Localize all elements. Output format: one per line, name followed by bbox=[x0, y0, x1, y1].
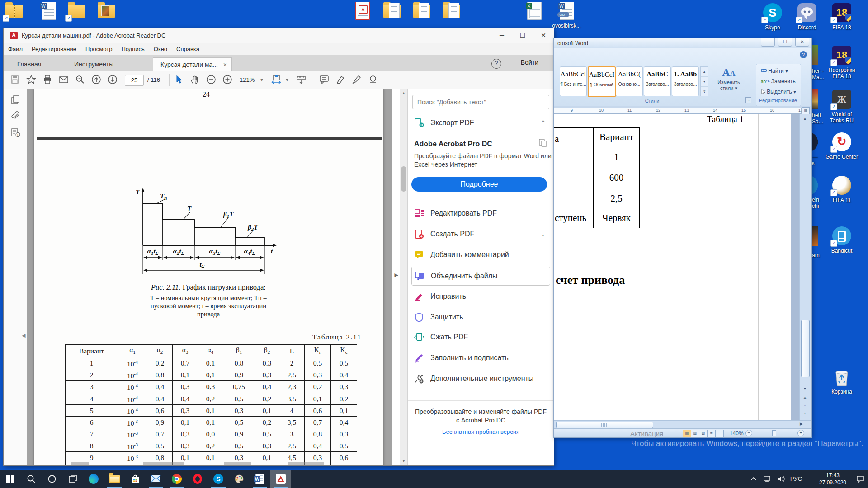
style-card-selected[interactable]: AaBbCcI¶ Обычный bbox=[588, 66, 616, 97]
previous-page-icon[interactable] bbox=[91, 75, 102, 85]
taskbar-search-button[interactable] bbox=[21, 470, 42, 488]
view-web-layout-button[interactable]: ▧ bbox=[699, 430, 708, 437]
network-icon[interactable] bbox=[763, 475, 771, 483]
view-fullscreen-button[interactable]: ▥ bbox=[691, 430, 699, 437]
next-page-icon[interactable] bbox=[108, 75, 118, 85]
word-vscrollbar[interactable]: ▲ ▼ ⏶ ◦ ⏷ bbox=[799, 114, 811, 420]
menu-window[interactable]: Окно bbox=[149, 43, 172, 55]
taskbar-file-explorer-button[interactable] bbox=[104, 470, 125, 488]
page-display-icon[interactable] bbox=[296, 75, 307, 85]
star-icon[interactable] bbox=[26, 75, 37, 85]
view-draft-button[interactable]: ☰ bbox=[715, 430, 724, 437]
tool-protect[interactable]: Защитить bbox=[408, 308, 554, 326]
word-hscroll-thumb[interactable] bbox=[556, 422, 653, 428]
ruler-bar[interactable]: 91011121314151617 bbox=[554, 108, 802, 114]
desktop-icon-zip-folder[interactable]: ↗ bbox=[0, 1, 32, 21]
print-icon[interactable] bbox=[42, 75, 53, 85]
tab-tools[interactable]: Инструменты bbox=[67, 57, 121, 71]
hidden-icon-fragment[interactable] bbox=[811, 45, 818, 65]
menu-edit[interactable]: Редактирование bbox=[27, 43, 81, 55]
taskbar-paint-button[interactable] bbox=[229, 470, 250, 488]
layers-icon[interactable]: i bbox=[10, 127, 20, 137]
taskbar-mail-button[interactable] bbox=[146, 470, 166, 488]
tool-fix[interactable]: Исправить bbox=[408, 287, 554, 305]
tools-search-input[interactable] bbox=[412, 95, 549, 109]
styles-gallery-scroll[interactable]: ▲ ▼ ⊽ bbox=[700, 66, 708, 96]
menu-view[interactable]: Просмотр bbox=[81, 43, 117, 55]
hand-tool-icon[interactable] bbox=[190, 75, 201, 85]
help-icon[interactable]: ? bbox=[800, 51, 807, 58]
desktop-icon-fifa18[interactable]: 18 ↗ FIFA 18 bbox=[824, 3, 859, 31]
scroll-up-icon[interactable]: ▲ bbox=[400, 89, 407, 97]
scroll-right-icon[interactable]: ▶ bbox=[800, 422, 803, 426]
action-center-icon[interactable] bbox=[856, 475, 864, 483]
tray-clock[interactable]: 17:43 27.09.2020 bbox=[815, 472, 851, 486]
taskbar-cortana-button[interactable] bbox=[42, 470, 62, 488]
scroll-down-icon[interactable]: ▼ bbox=[400, 457, 407, 465]
taskbar-acrobat-button[interactable] bbox=[270, 470, 291, 488]
zoom-dropdown-icon[interactable]: ▼ bbox=[259, 75, 264, 85]
zoom-in-icon[interactable]: + bbox=[797, 430, 804, 436]
save-icon[interactable] bbox=[10, 75, 21, 85]
search-icon[interactable] bbox=[75, 75, 86, 85]
tool-combine-files[interactable]: Объединить файлы bbox=[411, 267, 550, 286]
taskbar-word-button[interactable]: W bbox=[250, 470, 270, 488]
taskbar-store-button[interactable] bbox=[125, 470, 146, 488]
view-print-layout-button[interactable]: ▤ bbox=[683, 430, 691, 437]
expand-sidebar-icon[interactable]: ◀ bbox=[22, 333, 25, 338]
hidden-icon-fragment[interactable] bbox=[811, 132, 818, 152]
attachments-icon[interactable] bbox=[10, 111, 20, 121]
close-button[interactable]: ✕ bbox=[795, 38, 809, 47]
highlight-icon[interactable] bbox=[335, 75, 346, 85]
desktop-icon-excel-doc[interactable]: X bbox=[516, 1, 552, 21]
find-button[interactable]: Найти ▾ bbox=[761, 68, 788, 74]
word-vscroll-thumb[interactable] bbox=[801, 320, 810, 377]
fit-dropdown-icon[interactable]: ▼ bbox=[285, 75, 289, 85]
maximize-button[interactable]: ☐ bbox=[778, 38, 792, 47]
tool-compress-pdf[interactable]: Сжать PDF bbox=[408, 328, 554, 346]
page-number-input[interactable]: 25 bbox=[125, 75, 144, 86]
tray-expand-icon[interactable] bbox=[750, 476, 757, 482]
select-button[interactable]: Выделить ▾ bbox=[761, 89, 796, 95]
view-outline-button[interactable]: ≣ bbox=[707, 430, 716, 437]
show-desktop-button[interactable] bbox=[866, 470, 868, 488]
desktop-icon-recycle-bin[interactable]: Корзина bbox=[824, 367, 859, 395]
style-card[interactable]: AaBbC(Основно... bbox=[616, 66, 643, 96]
previous-page-icon[interactable]: ⏶ bbox=[801, 394, 809, 401]
styles-dialog-launcher-icon[interactable]: ⌟ bbox=[745, 97, 751, 103]
tab-close-icon[interactable]: × bbox=[223, 58, 227, 72]
hidden-icon-fragment[interactable] bbox=[811, 175, 818, 195]
zoom-level-value[interactable]: 121% bbox=[240, 75, 255, 85]
taskbar-skype-button[interactable]: S bbox=[208, 470, 229, 488]
desktop-icon-discord[interactable]: ↗ Discord bbox=[789, 3, 825, 31]
zoom-level-value[interactable]: 140% bbox=[730, 430, 744, 436]
chevron-down-icon[interactable]: ⌄ bbox=[541, 230, 546, 237]
replace-button[interactable]: ab↷ Заменить bbox=[761, 78, 796, 84]
scroll-down-icon[interactable]: ▼ bbox=[801, 385, 809, 392]
minimize-button[interactable]: ─ bbox=[491, 28, 512, 43]
select-tool-icon[interactable] bbox=[174, 75, 184, 85]
sign-in-button[interactable]: Войти bbox=[521, 59, 538, 66]
zoom-slider-handle[interactable] bbox=[772, 430, 776, 436]
scroll-up-icon[interactable]: ▲ bbox=[801, 115, 809, 122]
taskbar-task-view-button[interactable] bbox=[62, 470, 83, 488]
promo-more-button[interactable]: Подробнее bbox=[411, 177, 547, 192]
tab-document[interactable]: Курсач детали ма... × bbox=[153, 57, 232, 72]
desktop-icon-folder-picture[interactable] bbox=[89, 1, 124, 21]
ruler-toggle-icon[interactable]: ▦ bbox=[802, 107, 810, 114]
tool-create-pdf[interactable]: Создать PDF ⌄ bbox=[408, 225, 554, 243]
desktop-icon-odt-doc[interactable]: W ODT ovosibirsk... bbox=[549, 1, 584, 29]
taskbar-edge-button[interactable] bbox=[83, 470, 104, 488]
zoom-out-icon[interactable] bbox=[206, 75, 217, 85]
chevron-up-icon[interactable]: ⌃ bbox=[541, 119, 546, 126]
hidden-icon-fragment[interactable] bbox=[811, 89, 818, 109]
page-thumbnails-icon[interactable] bbox=[10, 95, 20, 105]
style-card[interactable]: AaBbCcI¶ Без инте... bbox=[560, 66, 587, 96]
desktop-icon-docs-folder[interactable] bbox=[434, 1, 469, 21]
comment-icon[interactable] bbox=[319, 75, 330, 85]
tool-fill-sign[interactable]: Заполнить и подписать bbox=[408, 349, 554, 367]
tool-export-pdf[interactable]: Экспорт PDF ⌃ bbox=[408, 114, 554, 132]
style-card[interactable]: AaBbCЗаголово... bbox=[644, 66, 671, 96]
tool-edit-pdf[interactable]: Редактировать PDF bbox=[408, 204, 554, 222]
desktop-icon-bandicut[interactable]: ↗ Bandicut bbox=[824, 226, 859, 254]
